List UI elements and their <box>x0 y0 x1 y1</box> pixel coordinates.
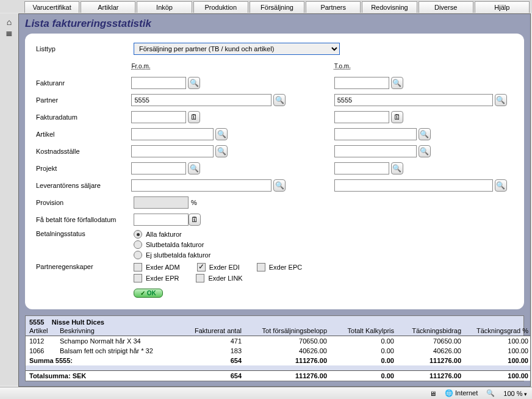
label-leverantor: Leverantörens säljare <box>36 182 131 189</box>
grand-total-row: Totalsumma: SEK 654 111276.00 0.00 11127… <box>26 370 531 381</box>
tab-inkop[interactable]: Inköp <box>137 1 192 13</box>
col-header-to: T.o.m. <box>334 63 351 70</box>
label-partneregenskaper: Partneregenskaper <box>36 263 134 270</box>
tab-partners[interactable]: Partners <box>306 1 361 13</box>
partner-from-input[interactable] <box>131 94 271 106</box>
fa-betalt-input[interactable] <box>134 214 189 226</box>
sum-tg: 100.00 <box>465 356 531 365</box>
calendar-icon[interactable]: 🗓 <box>188 111 200 123</box>
col-antal: Fakturerat antal <box>178 326 245 336</box>
sum-label: Summa 5555: <box>26 356 178 365</box>
cell-belopp: 70650.00 <box>245 336 331 347</box>
radio-slut[interactable] <box>134 240 142 249</box>
calendar-icon[interactable]: 🗓 <box>391 111 403 123</box>
kostnadsstalle-from-input[interactable] <box>131 145 214 157</box>
tab-diverse[interactable]: Diverse <box>419 1 473 13</box>
artikel-from-input[interactable] <box>131 128 214 140</box>
label-betalning: Betalningsstatus <box>36 230 134 237</box>
col-kalkylpris: Totalt Kalkylpris <box>331 326 398 336</box>
tab-produktion[interactable]: Produktion <box>193 1 248 13</box>
filter-form: Listtyp Försäljning per partner (TB / ku… <box>25 34 524 309</box>
tab-varucertifikat[interactable]: Varucertifikat <box>24 1 79 13</box>
search-icon[interactable]: 🔍 <box>215 128 228 140</box>
top-tabbar: Varucertifikat Artiklar Inköp Produktion… <box>0 0 532 13</box>
radio-slut-label: Slutbetalda fakturor <box>146 241 204 248</box>
col-tb: Täckningsbidrag <box>398 326 465 336</box>
cell-artikel: 1066 <box>26 346 56 356</box>
check-epc[interactable] <box>257 263 265 271</box>
cell-kalkylpris: 0.00 <box>331 346 398 356</box>
label-kostnadsstalle: Kostnadsställe <box>36 148 131 155</box>
check-epr[interactable] <box>134 274 142 282</box>
radio-ejslut-label: Ej slutbetalda fakturor <box>146 251 210 259</box>
search-icon[interactable]: 🔍 <box>188 77 200 89</box>
list-icon[interactable]: ≣ <box>0 28 18 38</box>
search-icon[interactable]: 🔍 <box>419 145 431 157</box>
grand-kalkylpris: 0.00 <box>331 370 398 381</box>
partner-to-input[interactable] <box>334 94 493 106</box>
search-icon[interactable]: 🔍 <box>419 128 431 140</box>
cell-belopp: 40626.00 <box>245 346 331 356</box>
tab-redovisning[interactable]: Redovisning <box>362 1 417 13</box>
fakturadatum-from-input[interactable] <box>131 111 186 123</box>
kostnadsstalle-to-input[interactable] <box>334 145 417 157</box>
left-rail: ⌂ ≣ <box>0 13 18 386</box>
label-fakturanr: Fakturanr <box>36 79 131 87</box>
search-icon[interactable]: 🔍 <box>391 77 403 89</box>
sum-kalkylpris: 0.00 <box>331 356 398 365</box>
search-icon[interactable]: 🔍 <box>215 145 228 157</box>
calendar-icon[interactable]: 🗓 <box>189 214 201 226</box>
search-icon[interactable]: 🔍 <box>495 94 507 106</box>
grand-tb: 111276.00 <box>398 370 465 381</box>
grand-tg: 100.00 <box>465 370 531 381</box>
cell-beskrivning: Balsam fett och stripigt hår * 32 <box>56 346 178 356</box>
results-panel: 5555 Nisse Hult Dices Artikel Beskrivnin… <box>25 315 524 381</box>
label-provision: Provision <box>36 199 134 206</box>
artikel-to-input[interactable] <box>334 128 417 140</box>
fakturadatum-to-input[interactable] <box>334 111 389 123</box>
sum-antal: 654 <box>178 356 245 365</box>
cell-artikel: 1012 <box>26 336 56 347</box>
home-icon[interactable]: ⌂ <box>0 17 18 27</box>
radio-ejslut[interactable] <box>134 251 142 259</box>
grand-antal: 654 <box>178 370 245 381</box>
cell-beskrivning: Schampo Normalt hår X 34 <box>56 336 178 347</box>
search-icon[interactable]: 🔍 <box>391 162 403 174</box>
search-icon[interactable]: 🔍 <box>273 94 286 106</box>
provision-input[interactable] <box>134 196 189 209</box>
search-icon[interactable]: 🔍 <box>495 179 507 192</box>
zoom-level[interactable]: 100 % <box>503 390 527 397</box>
zone-label: Internet <box>445 389 478 397</box>
zoom-icon[interactable]: 🔍 <box>486 389 495 397</box>
check-edi[interactable] <box>197 263 206 271</box>
percent-label: % <box>191 199 197 206</box>
col-artikel: Artikel <box>26 326 56 336</box>
sum-belopp: 111276.00 <box>245 356 331 365</box>
fakturanr-from-input[interactable] <box>131 77 186 89</box>
check-link[interactable] <box>196 274 204 282</box>
result-partner-id: 5555 <box>29 318 44 326</box>
leverantor-to-input[interactable] <box>334 179 493 192</box>
main-panel: Lista faktureringsstatistik Listtyp Förs… <box>18 13 531 387</box>
col-tg: Täckningsgrad % <box>465 326 531 336</box>
security-zone-icon: 🖥 <box>430 390 436 397</box>
tab-hjalp[interactable]: Hjälp <box>475 1 530 13</box>
label-fa-betalt: Få betalt före förfallodatum <box>36 216 134 223</box>
results-table: Artikel Beskrivning Fakturerat antal Tot… <box>26 326 531 381</box>
label-partner: Partner <box>36 96 131 104</box>
ok-button[interactable]: OK <box>134 289 163 298</box>
listtype-select[interactable]: Försäljning per partner (TB / kund och a… <box>134 43 340 55</box>
check-link-label: Exder LINK <box>208 275 242 282</box>
search-icon[interactable]: 🔍 <box>188 162 200 174</box>
projekt-from-input[interactable] <box>131 162 186 174</box>
tab-forsaljning[interactable]: Försäljning <box>250 1 304 13</box>
check-adm[interactable] <box>134 263 142 271</box>
radio-alla[interactable] <box>134 230 142 239</box>
tab-artiklar[interactable]: Artiklar <box>81 1 135 13</box>
cell-tg: 100.00 <box>465 346 531 356</box>
projekt-to-input[interactable] <box>334 162 389 174</box>
leverantor-from-input[interactable] <box>131 179 271 192</box>
fakturanr-to-input[interactable] <box>334 77 389 89</box>
search-icon[interactable]: 🔍 <box>273 179 286 192</box>
check-edi-label: Exder EDI <box>209 264 240 271</box>
